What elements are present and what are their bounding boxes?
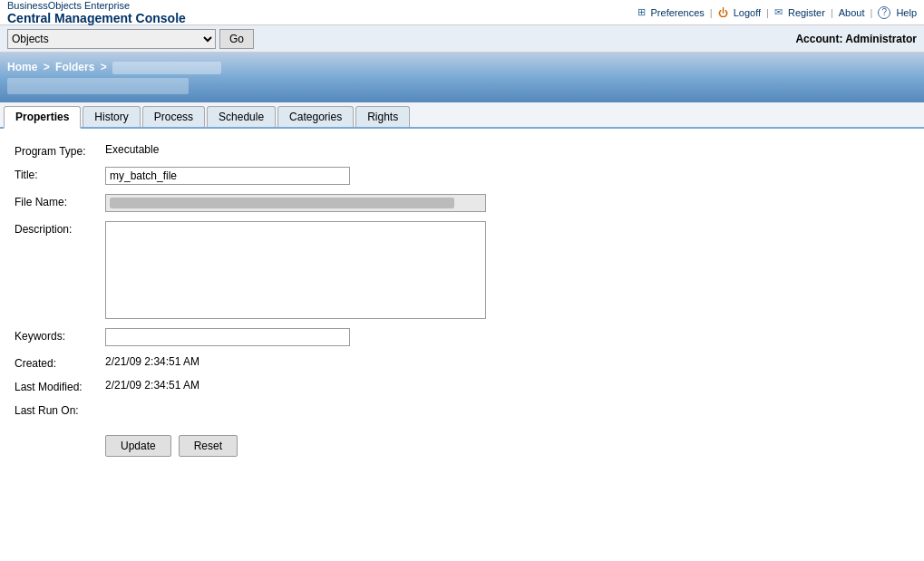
last-run-row: Last Run On: bbox=[15, 402, 909, 417]
brand-top: BusinessObjects Enterprise bbox=[7, 0, 186, 11]
subbreadcrumb bbox=[7, 78, 189, 94]
toolbar-left: Objects Users Groups Folders Reports Go bbox=[7, 29, 254, 49]
breadcrumb-current bbox=[112, 62, 221, 74]
help-icon: ? bbox=[878, 6, 890, 19]
description-row: Description: bbox=[15, 221, 909, 319]
breadcrumb-home[interactable]: Home bbox=[7, 61, 37, 73]
account-info: Account: Administrator bbox=[795, 33, 917, 45]
program-type-row: Program Type: Executable bbox=[15, 143, 909, 158]
breadcrumb: Home > Folders > bbox=[7, 61, 917, 74]
register-icon: ✉ bbox=[774, 6, 783, 18]
created-value: 2/21/09 2:34:51 AM bbox=[105, 355, 199, 368]
last-modified-label: Last Modified: bbox=[15, 379, 105, 393]
brand-main: Central Management Console bbox=[7, 11, 186, 25]
tab-schedule[interactable]: Schedule bbox=[207, 106, 276, 127]
header: BusinessObjects Enterprise Central Manag… bbox=[0, 0, 924, 25]
main-content: Program Type: Executable Title: File Nam… bbox=[0, 129, 924, 471]
description-input[interactable] bbox=[105, 221, 486, 319]
program-type-label: Program Type: bbox=[15, 143, 105, 158]
tab-process[interactable]: Process bbox=[142, 106, 205, 127]
title-label: Title: bbox=[15, 167, 105, 181]
title-row: Title: bbox=[15, 167, 909, 185]
reset-button[interactable]: Reset bbox=[179, 435, 238, 457]
keywords-row: Keywords: bbox=[15, 328, 909, 346]
keywords-label: Keywords: bbox=[15, 328, 105, 343]
program-type-value: Executable bbox=[105, 143, 159, 156]
breadcrumb-area: Home > Folders > bbox=[0, 53, 924, 102]
filename-label: File Name: bbox=[15, 194, 105, 208]
description-label: Description: bbox=[15, 221, 105, 236]
last-modified-value: 2/21/09 2:34:51 AM bbox=[105, 379, 199, 392]
last-modified-row: Last Modified: 2/21/09 2:34:51 AM bbox=[15, 379, 909, 393]
tab-properties[interactable]: Properties bbox=[4, 106, 81, 129]
tab-rights[interactable]: Rights bbox=[355, 106, 410, 127]
last-run-label: Last Run On: bbox=[15, 402, 105, 417]
created-row: Created: 2/21/09 2:34:51 AM bbox=[15, 355, 909, 370]
brand-area: BusinessObjects Enterprise Central Manag… bbox=[7, 0, 186, 25]
help-link[interactable]: Help bbox=[896, 7, 917, 18]
filename-placeholder bbox=[110, 198, 454, 208]
filename-display bbox=[105, 194, 486, 212]
tabs: Properties History Process Schedule Cate… bbox=[0, 102, 924, 129]
objects-dropdown[interactable]: Objects Users Groups Folders Reports bbox=[7, 29, 216, 49]
breadcrumb-folders[interactable]: Folders bbox=[55, 61, 94, 73]
register-link[interactable]: Register bbox=[788, 7, 825, 18]
header-nav: ⊞ Preferences | ⏻ Logoff | ✉ Register | … bbox=[637, 6, 917, 19]
logoff-link[interactable]: Logoff bbox=[734, 7, 761, 18]
toolbar: Objects Users Groups Folders Reports Go … bbox=[0, 25, 924, 53]
update-button[interactable]: Update bbox=[105, 435, 171, 457]
filename-row: File Name: bbox=[15, 194, 909, 212]
created-label: Created: bbox=[15, 355, 105, 370]
title-input[interactable] bbox=[105, 167, 350, 185]
about-link[interactable]: About bbox=[839, 7, 865, 18]
preferences-link[interactable]: Preferences bbox=[651, 7, 705, 18]
keywords-input[interactable] bbox=[105, 328, 350, 346]
button-row: Update Reset bbox=[15, 435, 909, 457]
go-button[interactable]: Go bbox=[219, 29, 254, 49]
tab-categories[interactable]: Categories bbox=[277, 106, 354, 127]
logoff-icon: ⏻ bbox=[718, 7, 728, 18]
preferences-icon: ⊞ bbox=[637, 6, 646, 18]
tab-history[interactable]: History bbox=[83, 106, 140, 127]
